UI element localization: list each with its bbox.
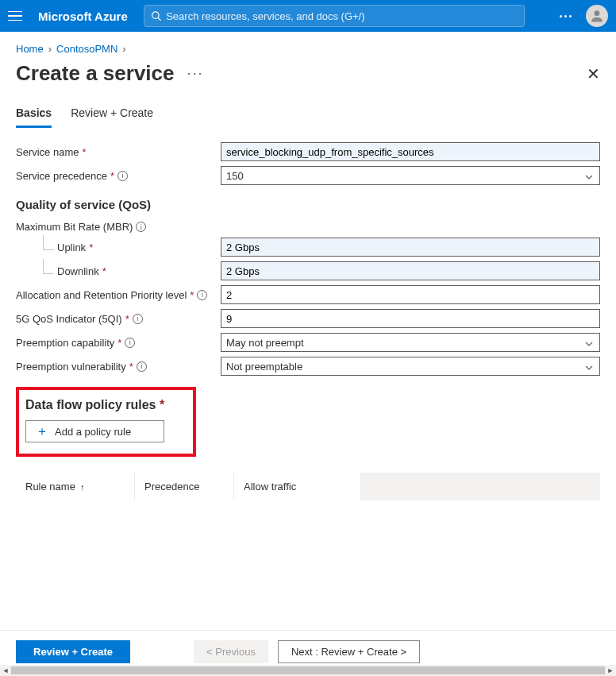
info-icon[interactable]: i	[117, 171, 128, 181]
add-policy-rule-button[interactable]: ＋ Add a policy rule	[25, 420, 164, 442]
col-precedence[interactable]: Precedence	[135, 473, 234, 500]
page-title: Create a service	[16, 61, 174, 86]
breadcrumb-resource[interactable]: ContosoPMN	[56, 43, 117, 55]
info-icon[interactable]: i	[125, 338, 135, 348]
avatar[interactable]	[586, 5, 608, 27]
search-icon	[151, 10, 161, 21]
preempt-vul-select[interactable]: Not preemptable	[221, 357, 600, 376]
service-name-input[interactable]	[221, 142, 600, 161]
col-spacer	[361, 473, 600, 500]
horizontal-scrollbar[interactable]: ◄ ►	[0, 665, 616, 676]
policy-rules-highlight: Data flow policy rules * ＋ Add a policy …	[16, 387, 196, 457]
policy-heading: Data flow policy rules *	[25, 398, 164, 411]
mbr-label: Maximum Bit Rate (MBR) i	[16, 221, 221, 233]
more-actions-icon[interactable]: ···	[187, 65, 203, 82]
info-icon[interactable]: i	[137, 361, 147, 372]
sort-up-icon: ↑	[80, 482, 85, 492]
service-precedence-select[interactable]: 150	[221, 166, 600, 185]
form-area: Service name* Service precedence* i 150 …	[0, 128, 616, 508]
scroll-left-icon[interactable]: ◄	[0, 666, 11, 674]
svg-point-0	[152, 12, 158, 18]
search-bar[interactable]	[144, 5, 525, 27]
breadcrumb: Home › ContosoPMN ›	[0, 32, 616, 61]
info-icon[interactable]: i	[136, 222, 146, 232]
footer: Review + Create < Previous Next : Review…	[0, 630, 616, 663]
close-icon[interactable]: ✕	[587, 64, 600, 83]
tab-basics[interactable]: Basics	[16, 100, 52, 128]
add-policy-rule-label: Add a policy rule	[55, 426, 131, 438]
top-bar: Microsoft Azure	[0, 0, 616, 32]
qos-heading: Quality of service (QoS)	[16, 198, 600, 211]
service-precedence-label: Service precedence* i	[16, 170, 221, 182]
svg-line-1	[158, 18, 160, 21]
plus-icon: ＋	[36, 425, 48, 438]
chevron-down-icon	[585, 172, 593, 180]
fiveqi-label: 5G QoS Indicator (5QI)* i	[16, 313, 221, 325]
uplink-input[interactable]	[221, 238, 600, 257]
uplink-label: Uplink*	[16, 241, 221, 253]
brand-label: Microsoft Azure	[38, 10, 128, 23]
service-name-label: Service name*	[16, 146, 221, 158]
svg-point-2	[595, 10, 600, 16]
col-rule-name[interactable]: Rule name↑	[16, 473, 135, 500]
review-create-button[interactable]: Review + Create	[16, 640, 130, 663]
more-icon[interactable]	[560, 15, 572, 17]
info-icon[interactable]: i	[197, 290, 207, 300]
menu-icon[interactable]	[8, 8, 24, 24]
chevron-down-icon	[585, 362, 593, 370]
downlink-input[interactable]	[221, 261, 600, 280]
chevron-right-icon: ›	[48, 43, 52, 55]
chevron-down-icon	[585, 338, 593, 346]
preempt-cap-select[interactable]: May not preempt	[221, 333, 600, 352]
tabs: Basics Review + Create	[0, 100, 616, 128]
preempt-cap-label: Preemption capability* i	[16, 337, 221, 349]
policy-table-header: Rule name↑ Precedence Allow traffic	[16, 473, 600, 500]
preempt-vul-label: Preemption vulnerability* i	[16, 361, 221, 373]
scroll-right-icon[interactable]: ►	[605, 666, 616, 674]
next-button[interactable]: Next : Review + Create >	[278, 640, 420, 663]
chevron-right-icon: ›	[122, 43, 125, 55]
search-input[interactable]	[166, 10, 518, 22]
info-icon[interactable]: i	[133, 314, 143, 324]
arp-label: Allocation and Retention Priority level*…	[16, 289, 221, 301]
fiveqi-input[interactable]	[221, 309, 600, 328]
downlink-label: Downlink*	[16, 265, 221, 277]
col-allow-traffic[interactable]: Allow traffic	[234, 473, 361, 500]
tab-review-create[interactable]: Review + Create	[71, 100, 153, 128]
breadcrumb-home[interactable]: Home	[16, 43, 44, 55]
arp-input[interactable]	[221, 285, 600, 304]
previous-button: < Previous	[194, 640, 268, 663]
title-row: Create a service ··· ✕	[0, 61, 616, 100]
